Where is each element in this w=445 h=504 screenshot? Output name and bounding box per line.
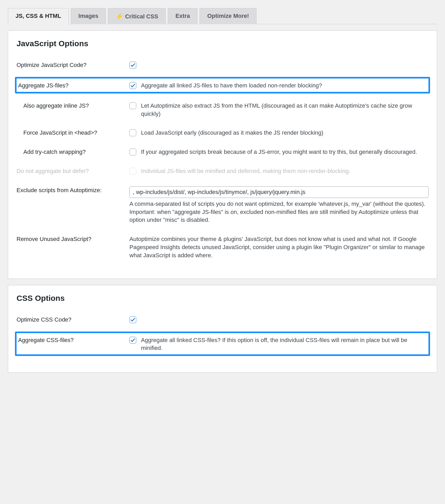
tab-bar: JS, CSS & HTML Images ⚡Critical CSS Extr… xyxy=(8,8,437,24)
inline-js-checkbox[interactable] xyxy=(129,102,136,109)
aggregate-js-highlight: Aggregate JS-files? Aggregate all linked… xyxy=(15,77,430,93)
trycatch-checkbox[interactable] xyxy=(129,149,136,155)
exclude-input[interactable] xyxy=(129,186,428,198)
exclude-label: Exclude scripts from Autoptimize: xyxy=(17,186,129,194)
force-head-checkbox[interactable] xyxy=(129,129,136,136)
tab-critical-css-label: Critical CSS xyxy=(125,13,158,20)
force-head-desc: Load JavaScript early (discouraged as it… xyxy=(141,129,323,137)
optimize-js-label: Optimize JavaScript Code? xyxy=(17,61,129,69)
js-options-panel: JavaScript Options Optimize JavaScript C… xyxy=(8,30,437,279)
aggregate-css-checkbox[interactable] xyxy=(129,337,136,344)
exclude-desc: A comma-separated list of scripts you do… xyxy=(129,200,428,224)
tab-js-css-html[interactable]: JS, CSS & HTML xyxy=(8,8,69,24)
bolt-icon: ⚡ xyxy=(116,13,123,20)
inline-js-desc: Let Autoptimize also extract JS from the… xyxy=(141,102,428,118)
aggregate-js-label: Aggregate JS-files? xyxy=(18,82,129,89)
tab-images[interactable]: Images xyxy=(71,8,106,24)
tab-extra[interactable]: Extra xyxy=(168,8,197,24)
defer-label: Do not aggregate but defer? xyxy=(17,167,129,175)
js-options-heading: JavaScript Options xyxy=(8,39,437,48)
inline-js-label: Also aggregate inline JS? xyxy=(17,102,129,109)
trycatch-label: Add try-catch wrapping? xyxy=(17,148,129,155)
force-head-label: Force JavaScript in <head>? xyxy=(17,129,129,136)
remove-js-label: Remove Unused JavaScript? xyxy=(17,235,129,243)
optimize-js-checkbox[interactable] xyxy=(129,62,136,69)
css-options-panel: CSS Options Optimize CSS Code? Aggregate… xyxy=(8,285,437,373)
aggregate-js-desc: Aggregate all linked JS-files to have th… xyxy=(141,82,322,90)
tab-critical-css[interactable]: ⚡Critical CSS xyxy=(108,8,166,24)
optimize-css-checkbox[interactable] xyxy=(129,316,136,323)
optimize-css-label: Optimize CSS Code? xyxy=(17,316,129,323)
trycatch-desc: If your aggregated scripts break because… xyxy=(141,148,417,156)
css-options-heading: CSS Options xyxy=(8,294,437,303)
aggregate-css-highlight: Aggregate CSS-files? Aggregate all linke… xyxy=(15,332,430,356)
aggregate-js-checkbox[interactable] xyxy=(129,82,136,89)
tab-optimize-more[interactable]: Optimize More! xyxy=(200,8,256,24)
defer-checkbox xyxy=(129,168,136,175)
defer-desc: Individual JS-files will be minified and… xyxy=(141,167,350,175)
aggregate-css-desc: Aggregate all linked CSS-files? If this … xyxy=(141,336,427,353)
aggregate-css-label: Aggregate CSS-files? xyxy=(18,336,129,344)
remove-js-desc: Autoptimize combines your theme & plugin… xyxy=(129,235,428,259)
